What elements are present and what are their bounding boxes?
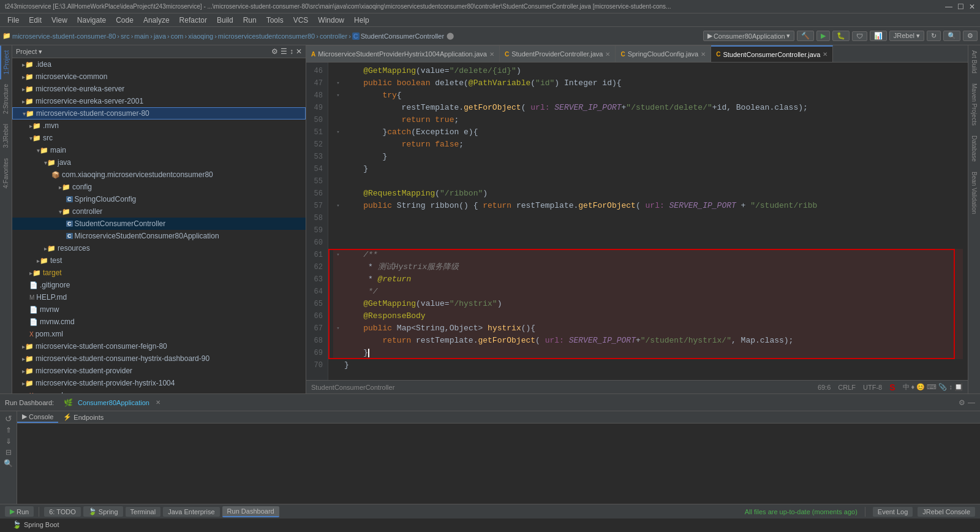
breadcrumb-main[interactable]: main xyxy=(134,32,149,40)
breadcrumb-nav-icon[interactable]: ⬤ xyxy=(447,32,454,40)
code-line-70[interactable]: } xyxy=(333,359,963,371)
maximize-btn[interactable]: ☐ xyxy=(957,2,964,11)
code-line-61[interactable]: ▾ /** xyxy=(333,249,963,261)
todo-btn[interactable]: 6: TODO xyxy=(44,507,81,517)
tree-item-config[interactable]: ▸ 📁config xyxy=(12,181,306,193)
tree-item-microservicestudentconsumer80application[interactable]: C MicroserviceStudentConsumer80Applicati… xyxy=(12,230,306,242)
code-line-69[interactable]: } xyxy=(333,347,963,359)
code-line-49[interactable]: restTemplate.getForObject( url: SERVER_I… xyxy=(333,102,963,114)
code-line-47[interactable]: ▾ public boolean delete(@PathVariable("i… xyxy=(333,77,963,89)
side-tab-favorites[interactable]: 4:Favorites xyxy=(1,153,11,193)
side-tab-database[interactable]: Database xyxy=(969,131,979,167)
tree-item-test[interactable]: ▸ 📁test xyxy=(12,254,306,267)
menu-help[interactable]: Help xyxy=(349,15,374,26)
settings-icon[interactable]: ⚙ xyxy=(963,31,978,41)
breadcrumb-class[interactable]: StudentConsumerController xyxy=(361,32,444,40)
tree-item-springcloudconfig[interactable]: C SpringCloudConfig xyxy=(12,193,306,205)
tree-item-.idea[interactable]: ▸ 📁.idea xyxy=(12,58,306,70)
menu-analyze[interactable]: Analyze xyxy=(138,15,175,26)
code-line-65[interactable]: @GetMapping(value="/hystrix") xyxy=(333,298,963,310)
tab-close3[interactable]: ✕ xyxy=(701,51,706,58)
tab-provider-controller[interactable]: C StudentProviderController.java ✕ xyxy=(500,45,616,62)
side-tab-project[interactable]: 1:Project xyxy=(0,45,12,79)
tree-item-microservice-common[interactable]: ▸ 📁microservice-common xyxy=(12,70,306,83)
tree-item-java[interactable]: ▾ 📁java xyxy=(12,156,306,169)
code-line-46[interactable]: @GetMapping(value="/delete/{id}") xyxy=(333,65,963,77)
console-restart-btn[interactable]: ↺ xyxy=(5,414,12,424)
code-line-66[interactable]: @ResponseBody xyxy=(333,310,963,322)
update-btn[interactable]: ↻ xyxy=(927,31,941,41)
build-btn[interactable]: 🔨 xyxy=(797,31,814,41)
breadcrumb-pkg[interactable]: microservicestudentconsumer80 xyxy=(218,32,315,40)
code-line-48[interactable]: ▾ try{ xyxy=(333,89,963,102)
endpoints-tab-btn[interactable]: ⚡ Endpoints xyxy=(58,412,108,422)
run-btn[interactable]: ▶ xyxy=(816,31,830,41)
menu-window[interactable]: Window xyxy=(313,15,349,26)
close-btn[interactable]: ✕ xyxy=(969,2,975,11)
menu-refactor[interactable]: Refactor xyxy=(175,15,212,26)
code-line-55[interactable] xyxy=(333,175,963,188)
menu-build[interactable]: Build xyxy=(212,15,238,26)
coverage-btn[interactable]: 🛡 xyxy=(852,31,867,41)
tree-item-microservice-student-provider-hystrix-1004[interactable]: ▸ 📁microservice-student-provider-hystrix… xyxy=(12,377,306,389)
breadcrumb-module-label[interactable]: microservice-student-consumer-80 xyxy=(12,32,116,40)
code-line-58[interactable] xyxy=(333,212,963,224)
gear-icon[interactable]: ☰ xyxy=(281,47,287,56)
tab-close2[interactable]: ✕ xyxy=(605,51,610,58)
tree-item-main[interactable]: ▾ 📁main xyxy=(12,144,306,156)
menu-vcs[interactable]: VCS xyxy=(288,15,314,26)
run-config-dropdown[interactable]: ▶ Consumer80Application ▾ xyxy=(703,31,794,41)
tree-item-mvnw[interactable]: 📄mvnw xyxy=(12,303,306,316)
settings-btn[interactable]: ⚙ xyxy=(959,398,965,407)
tree-item-mvnw.cmd[interactable]: 📄mvnw.cmd xyxy=(12,316,306,328)
tree-item-microservice-student-provider[interactable]: ▸ 📁microservice-student-provider xyxy=(12,365,306,377)
code-line-53[interactable]: } xyxy=(333,151,963,163)
expand-icon[interactable]: ↕ xyxy=(290,47,293,56)
tree-item-.mvn[interactable]: ▸ 📁.mvn xyxy=(12,120,306,132)
sync-icon[interactable]: ⚙ xyxy=(271,47,278,56)
tree-item-controller[interactable]: ▾ 📁controller xyxy=(12,205,306,218)
terminal-btn[interactable]: Terminal xyxy=(126,507,161,517)
debug-btn[interactable]: 🐛 xyxy=(832,31,850,41)
console-split-btn[interactable]: ⊟ xyxy=(6,448,12,457)
side-tab-art-build[interactable]: Art Build xyxy=(969,45,979,78)
breadcrumb-src[interactable]: src xyxy=(121,32,130,40)
minimize-btn[interactable]: — xyxy=(945,2,952,11)
code-line-62[interactable]: * 测试Hystrix服务降级 xyxy=(333,261,963,273)
menu-tools[interactable]: Tools xyxy=(262,15,288,26)
console-tab-btn[interactable]: ▶ Console xyxy=(17,411,58,423)
menu-navigate[interactable]: Navigate xyxy=(72,15,111,26)
side-tab-maven[interactable]: Maven Projects xyxy=(969,78,979,131)
code-line-51[interactable]: ▾ }catch(Exception e){ xyxy=(333,126,963,139)
code-container[interactable]: @GetMapping(value="/delete/{id}")▾ publi… xyxy=(328,63,968,380)
run-btn-taskbar[interactable]: ▶ Run xyxy=(5,506,34,517)
menu-file[interactable]: File xyxy=(2,15,24,26)
menu-view[interactable]: View xyxy=(47,15,72,26)
code-content[interactable]: @GetMapping(value="/delete/{id}")▾ publi… xyxy=(328,63,968,374)
breadcrumb-controller[interactable]: controller xyxy=(320,32,347,40)
tab-close4[interactable]: ✕ xyxy=(823,51,827,58)
tree-item-microservice-eureka-server-2001[interactable]: ▸ 📁microservice-eureka-server-2001 xyxy=(12,95,306,107)
profile-btn[interactable]: 📊 xyxy=(870,31,887,41)
console-scroll-bottom[interactable]: ⇓ xyxy=(6,437,12,446)
side-tab-jrebel[interactable]: 3:JRebel xyxy=(1,119,11,153)
java-enterprise-btn[interactable]: Java Enterprise xyxy=(163,507,219,517)
menu-code[interactable]: Code xyxy=(111,15,138,26)
side-tab-bean[interactable]: Bean Validation xyxy=(969,167,979,219)
run-app-label[interactable]: Consumer80Application xyxy=(78,399,149,406)
tree-item-microservice-student-consumer-hystrix-dashboard-90[interactable]: ▸ 📁microservice-student-consumer-hystrix… xyxy=(12,352,306,365)
tree-item-microservice-student-consumer-80[interactable]: ▾ 📁microservice-student-consumer-80 xyxy=(12,107,306,120)
breadcrumb-java[interactable]: java xyxy=(154,32,166,40)
tree-item-target[interactable]: ▸ 📁target xyxy=(12,267,306,279)
console-filter-btn[interactable]: 🔍 xyxy=(4,459,13,468)
tree-item-help.md[interactable]: MHELP.md xyxy=(12,291,306,303)
tree-item-microservice-student-consumer-feign-80[interactable]: ▸ 📁microservice-student-consumer-feign-8… xyxy=(12,340,306,352)
code-line-67[interactable]: ▾ public Map<String,Object> hystrix(){ xyxy=(333,322,963,335)
code-line-56[interactable]: @RequestMapping("/ribbon") xyxy=(333,188,963,200)
tree-item-studentconsumercontroller[interactable]: C StudentConsumerController xyxy=(12,218,306,230)
code-line-63[interactable]: * @return xyxy=(333,273,963,286)
tree-item-src[interactable]: ▾ 📁src xyxy=(12,132,306,144)
tab-close[interactable]: ✕ xyxy=(489,51,494,58)
close-panel-icon[interactable]: ✕ xyxy=(296,47,302,56)
jrebel-console-btn[interactable]: JRebel Console xyxy=(918,507,975,517)
